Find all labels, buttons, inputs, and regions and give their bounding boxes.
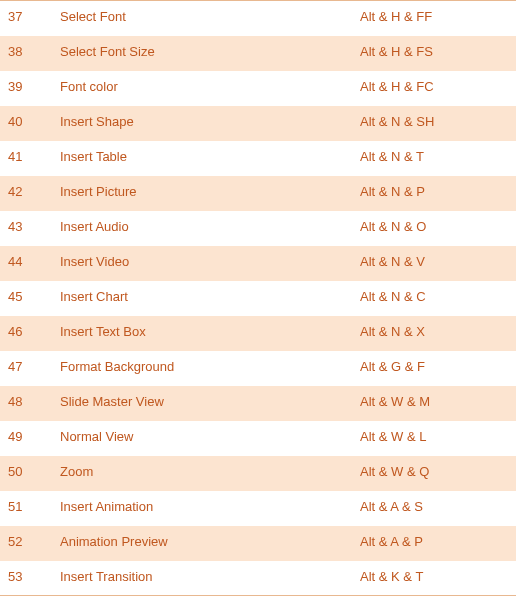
- shortcut-key: Alt & W & M: [360, 386, 516, 421]
- shortcut-key: Alt & N & SH: [360, 106, 516, 141]
- shortcut-key: Alt & H & FF: [360, 1, 516, 36]
- table-row: 43Insert AudioAlt & N & O: [0, 211, 516, 246]
- action-name: Insert Picture: [60, 176, 360, 211]
- row-number: 39: [0, 71, 60, 106]
- row-number: 53: [0, 561, 60, 596]
- table-row: 39Font colorAlt & H & FC: [0, 71, 516, 106]
- table-row: 48Slide Master ViewAlt & W & M: [0, 386, 516, 421]
- action-name: Normal View: [60, 421, 360, 456]
- shortcut-key: Alt & A & P: [360, 526, 516, 561]
- shortcut-key: Alt & H & FS: [360, 36, 516, 71]
- table-row: 37Select FontAlt & H & FF: [0, 1, 516, 36]
- action-name: Insert Audio: [60, 211, 360, 246]
- shortcut-key: Alt & N & P: [360, 176, 516, 211]
- row-number: 51: [0, 491, 60, 526]
- shortcut-key: Alt & N & C: [360, 281, 516, 316]
- row-number: 46: [0, 316, 60, 351]
- shortcut-key: Alt & N & X: [360, 316, 516, 351]
- shortcut-key: Alt & W & Q: [360, 456, 516, 491]
- action-name: Format Background: [60, 351, 360, 386]
- table-row: 52Animation PreviewAlt & A & P: [0, 526, 516, 561]
- action-name: Insert Text Box: [60, 316, 360, 351]
- table-row: 53Insert TransitionAlt & K & T: [0, 561, 516, 596]
- table-row: 50ZoomAlt & W & Q: [0, 456, 516, 491]
- action-name: Select Font Size: [60, 36, 360, 71]
- shortcut-key: Alt & N & T: [360, 141, 516, 176]
- row-number: 50: [0, 456, 60, 491]
- table-row: 38Select Font SizeAlt & H & FS: [0, 36, 516, 71]
- shortcut-key: Alt & A & S: [360, 491, 516, 526]
- row-number: 48: [0, 386, 60, 421]
- table-row: 42Insert PictureAlt & N & P: [0, 176, 516, 211]
- shortcut-key: Alt & K & T: [360, 561, 516, 596]
- table-row: 41Insert TableAlt & N & T: [0, 141, 516, 176]
- shortcut-key: Alt & G & F: [360, 351, 516, 386]
- row-number: 38: [0, 36, 60, 71]
- action-name: Zoom: [60, 456, 360, 491]
- action-name: Insert Transition: [60, 561, 360, 596]
- action-name: Insert Table: [60, 141, 360, 176]
- table-row: 40Insert ShapeAlt & N & SH: [0, 106, 516, 141]
- row-number: 43: [0, 211, 60, 246]
- row-number: 40: [0, 106, 60, 141]
- action-name: Slide Master View: [60, 386, 360, 421]
- table-row: 46Insert Text BoxAlt & N & X: [0, 316, 516, 351]
- row-number: 52: [0, 526, 60, 561]
- shortcut-table: 37Select FontAlt & H & FF38Select Font S…: [0, 0, 516, 596]
- row-number: 37: [0, 1, 60, 36]
- action-name: Insert Animation: [60, 491, 360, 526]
- action-name: Select Font: [60, 1, 360, 36]
- table-row: 47Format BackgroundAlt & G & F: [0, 351, 516, 386]
- action-name: Insert Chart: [60, 281, 360, 316]
- row-number: 42: [0, 176, 60, 211]
- row-number: 45: [0, 281, 60, 316]
- shortcut-key: Alt & N & O: [360, 211, 516, 246]
- table-row: 49Normal ViewAlt & W & L: [0, 421, 516, 456]
- shortcut-key: Alt & H & FC: [360, 71, 516, 106]
- row-number: 47: [0, 351, 60, 386]
- shortcut-key: Alt & W & L: [360, 421, 516, 456]
- table-row: 44Insert VideoAlt & N & V: [0, 246, 516, 281]
- shortcut-key: Alt & N & V: [360, 246, 516, 281]
- action-name: Animation Preview: [60, 526, 360, 561]
- table-row: 45Insert ChartAlt & N & C: [0, 281, 516, 316]
- action-name: Insert Video: [60, 246, 360, 281]
- action-name: Font color: [60, 71, 360, 106]
- row-number: 41: [0, 141, 60, 176]
- row-number: 44: [0, 246, 60, 281]
- row-number: 49: [0, 421, 60, 456]
- action-name: Insert Shape: [60, 106, 360, 141]
- table-row: 51Insert AnimationAlt & A & S: [0, 491, 516, 526]
